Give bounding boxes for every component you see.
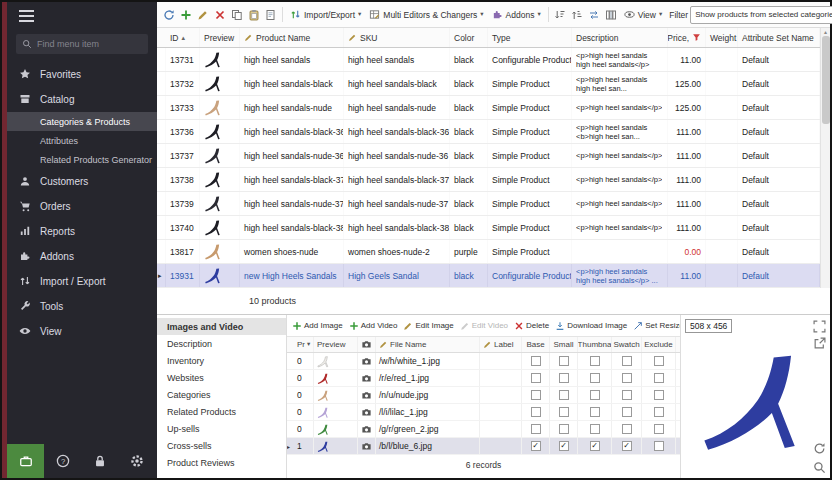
small-checkbox[interactable]: ✓ [559,441,569,451]
edit-image-button[interactable]: Edit Image [403,321,453,331]
table-row[interactable]: 13731high heel sandalshigh heel sandalsb… [157,48,820,72]
category-filter-select[interactable]: Show products from selected categories▾ [690,6,832,24]
scrollbar-thumb[interactable] [822,36,830,124]
image-row[interactable]: 0/g/r/green_2.jpg [287,421,680,438]
column-header-small[interactable]: Small [550,337,578,352]
column-header-base[interactable]: Base [522,337,550,352]
multi-editors-button[interactable]: Multi Editors & Changers▾ [366,7,486,22]
swatch-checkbox[interactable] [622,390,632,400]
thumbnail-checkbox[interactable] [590,407,600,417]
download-image-button[interactable]: Download Image [555,321,627,331]
column-header-product-name[interactable]: Product Name [240,28,344,47]
swatch-checkbox[interactable] [622,373,632,383]
add-image-button[interactable]: Add Image [292,321,343,331]
table-row[interactable]: 13740high heel sandals-black-38high heel… [157,216,820,240]
table-row[interactable]: 13739high heel sandals-nude-37high heel … [157,192,820,216]
table-row[interactable]: 13736high heel sandals-black-36high heel… [157,120,820,144]
column-header-label[interactable]: Label [480,337,522,352]
sidebar-item-attributes[interactable]: Attributes [7,131,157,150]
scroll-up-arrow-icon[interactable]: ▴ [824,28,827,35]
base-checkbox[interactable]: ✓ [531,441,541,451]
column-header-type[interactable]: Type [488,28,572,47]
tab-categories[interactable]: Categories [157,386,286,403]
sort-desc-icon[interactable] [570,7,585,22]
base-checkbox[interactable] [531,390,541,400]
edit-product-icon[interactable] [195,7,210,22]
sidebar-item-orders[interactable]: Orders [7,194,157,219]
thumbnail-checkbox[interactable] [590,424,600,434]
base-checkbox[interactable] [531,373,541,383]
column-header-swatch[interactable]: Swatch [612,337,642,352]
hamburger-menu-icon[interactable] [7,2,157,30]
sidebar-item-view[interactable]: View [7,319,157,344]
exclude-checkbox[interactable] [654,373,664,383]
tab-description[interactable]: Description [157,335,286,352]
sidebar-item-import-export[interactable]: Import / Export [7,269,157,294]
image-row[interactable]: 0/n/u/nude.jpg [287,387,680,404]
tab-cross-sells[interactable]: Cross-sells [157,437,286,454]
sidebar-item-customers[interactable]: Customers [7,169,157,194]
open-external-icon[interactable] [813,336,826,349]
sidebar-item-categories-products[interactable]: Categories & Products [7,112,157,131]
zoom-icon[interactable] [813,460,826,473]
column-header-image-preview[interactable]: Preview [314,337,358,352]
lock-button[interactable] [81,444,118,478]
column-header-id[interactable]: ID▴ [166,28,200,47]
base-checkbox[interactable] [531,424,541,434]
small-checkbox[interactable] [559,407,569,417]
rotate-icon[interactable] [813,441,826,454]
small-checkbox[interactable] [559,373,569,383]
small-checkbox[interactable] [559,356,569,366]
sidebar-search[interactable] [16,34,148,54]
column-header-price[interactable]: Price, [668,28,706,47]
tab-inventory[interactable]: Inventory [157,352,286,369]
column-settings-icon[interactable] [604,7,619,22]
thumbnail-checkbox[interactable] [590,373,600,383]
exclude-checkbox[interactable] [654,407,664,417]
column-header-file-name[interactable]: File Name [376,337,480,352]
tab-images-and-video[interactable]: Images and Video [157,318,286,335]
fullscreen-icon[interactable] [813,319,826,332]
swatch-checkbox[interactable] [622,407,632,417]
table-row[interactable]: ▸13931new High Heels SandalsHigh Geels S… [157,264,820,288]
column-header-description[interactable]: Description [572,28,668,47]
small-checkbox[interactable] [559,424,569,434]
exclude-checkbox[interactable] [654,441,664,451]
exclude-checkbox[interactable] [654,356,664,366]
exclude-checkbox[interactable] [654,390,664,400]
sort-asc-icon[interactable] [553,7,568,22]
column-header-sku[interactable]: SKU [344,28,450,47]
image-row[interactable]: 0/r/e/red_1.jpg [287,370,680,387]
sidebar-item-reports[interactable]: Reports [7,219,157,244]
exclude-checkbox[interactable] [654,424,664,434]
swatch-checkbox[interactable]: ✓ [622,441,632,451]
help-button[interactable]: ? [44,444,81,478]
thumbnail-checkbox[interactable] [590,390,600,400]
table-row[interactable]: 13732high heel sandals-blackhigh heel sa… [157,72,820,96]
column-header-position[interactable]: Pr▾ [294,337,314,352]
sidebar-item-addons[interactable]: Addons [7,244,157,269]
column-swap-icon[interactable] [587,7,602,22]
image-row[interactable]: ▸1/b/l/blue_6.jpg✓✓✓✓ [287,438,680,455]
search-input[interactable] [37,39,142,49]
column-header-color[interactable]: Color [450,28,488,47]
column-header-thumbnail[interactable]: Thumbna [578,337,612,352]
tab-product-reviews[interactable]: Product Reviews [157,454,286,471]
base-checkbox[interactable] [531,356,541,366]
addons-button[interactable]: Addons▾ [489,7,544,22]
column-header-attribute-set[interactable]: Attribute Set Name [738,28,820,47]
column-header-exclude[interactable]: Exclude [642,337,676,352]
paste-icon[interactable] [246,7,261,22]
swatch-checkbox[interactable] [622,424,632,434]
import-export-button[interactable]: Import/Export▾ [287,7,364,22]
table-row[interactable]: 13737high heel sandals-nude-36high heel … [157,144,820,168]
delete-product-icon[interactable] [212,7,227,22]
sidebar-item-tools[interactable]: Tools [7,294,157,319]
table-row[interactable]: 13733high heel sandals-nudehigh heel san… [157,96,820,120]
column-header-preview[interactable]: Preview [200,28,240,47]
settings-button[interactable] [118,444,155,478]
vertical-scrollbar[interactable]: ▴ [820,28,830,288]
column-header-weight[interactable]: Weight [706,28,738,47]
tab-up-sells[interactable]: Up-sells [157,420,286,437]
delete-image-button[interactable]: Delete [514,321,549,331]
